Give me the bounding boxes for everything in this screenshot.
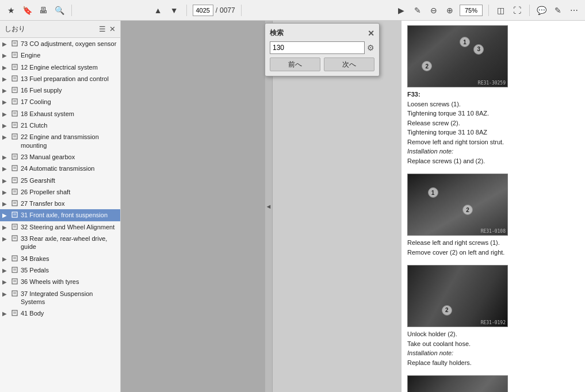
item-label: 26 Propeller shaft [21, 188, 118, 196]
zoom-out-icon[interactable]: 🔍 [53, 4, 66, 17]
item-label: 41 Body [21, 309, 118, 317]
sidebar-item-item-16[interactable]: ▶ 16 Fuel supply [0, 84, 120, 96]
monitor-icon[interactable]: ⛶ [511, 4, 523, 17]
sidebar-item-item-25[interactable]: ▶ 25 Gearshift [0, 175, 120, 186]
sidebar-item-item-33[interactable]: ▶ 33 Rear axle, rear-wheel drive, guide [0, 233, 120, 253]
expand-arrow: ▶ [2, 110, 9, 118]
sidebar-item-item-34[interactable]: ▶ 34 Brakes [0, 253, 120, 264]
sidebar-item-item-23[interactable]: ▶ 23 Manual gearbox [0, 151, 120, 163]
svg-rect-42 [12, 212, 17, 217]
separator-4 [488, 5, 489, 16]
sidebar-item-item-31[interactable]: ▶ 31 Front axle, front suspension [0, 209, 120, 221]
pen-icon[interactable]: ✎ [552, 4, 564, 17]
item-icon [10, 87, 18, 93]
item-icon [10, 255, 18, 262]
sidebar-item-item-36[interactable]: ▶ 36 Wheels with tyres [0, 276, 120, 287]
sidebar-item-item-24[interactable]: ▶ 24 Automatic transmission [0, 163, 120, 174]
search-next-button[interactable]: 次へ [324, 57, 374, 71]
svg-rect-39 [12, 201, 17, 206]
expand-arrow: ▶ [2, 212, 9, 219]
expand-arrow: ▶ [2, 153, 9, 161]
doc-entry-3: 2 RE31-0192 Unlock holder (2). Take out … [407, 265, 579, 367]
svg-rect-57 [12, 279, 17, 284]
grid-icon[interactable]: ◫ [495, 4, 507, 17]
nav-up-icon[interactable]: ▲ [152, 4, 165, 17]
item-icon [10, 153, 18, 160]
page-current-input[interactable] [193, 5, 213, 16]
expand-arrow: ▶ [2, 278, 9, 286]
sidebar-item-item-35[interactable]: ▶ 35 Pedals [0, 264, 120, 276]
toolbar-center: ▲ ▼ / 0077 [152, 4, 244, 17]
search-buttons: 前へ 次へ [270, 57, 374, 71]
sidebar-item-item-37[interactable]: ▶ 37 Integrated Suspension Systems [0, 288, 120, 308]
svg-rect-33 [12, 178, 17, 183]
item-icon [10, 267, 18, 273]
right-panel: 1 2 3 RE31-30259 F33: Loosen screws (1).… [401, 21, 585, 392]
sidebar-items-list: ▶ 73 CO adjustment, oxygen sensor ▶ Engi… [0, 38, 120, 392]
sidebar-item-item-32[interactable]: ▶ 32 Steering and Wheel Alignment [0, 221, 120, 233]
svg-rect-0 [12, 41, 17, 46]
item-label: 16 Fuel supply [21, 86, 118, 94]
svg-rect-51 [12, 256, 17, 261]
zoom-in-tool-icon[interactable]: ⊕ [443, 4, 456, 17]
cursor-tool-icon[interactable]: ▶ [395, 4, 408, 17]
star-icon[interactable]: ★ [5, 4, 17, 17]
zoom-out-tool-icon[interactable]: ⊖ [427, 4, 440, 17]
svg-rect-36 [12, 189, 17, 194]
sidebar-item-item-12[interactable]: ▶ 12 Engine electrical system [0, 62, 120, 73]
sidebar-item-item-engine[interactable]: ▶ Engine [0, 49, 120, 61]
item-label: 36 Wheels with tyres [21, 278, 118, 286]
search-prev-button[interactable]: 前へ [270, 57, 320, 71]
sidebar: しおり ☰ ✕ ▶ 73 CO adjustment, oxygen senso… [0, 21, 121, 392]
expand-arrow: ▶ [2, 64, 9, 71]
sidebar-item-item-21[interactable]: ▶ 21 Clutch [0, 120, 120, 131]
sidebar-item-item-22[interactable]: ▶ 22 Engine and transmission mounting [0, 131, 120, 151]
item-label: Engine [21, 51, 118, 59]
sidebar-item-item-27[interactable]: ▶ 27 Transfer box [0, 198, 120, 209]
page-total: 0077 [220, 6, 235, 14]
item-label: 23 Manual gearbox [21, 153, 118, 161]
sidebar-item-item-26[interactable]: ▶ 26 Propeller shaft [0, 186, 120, 198]
doc-text-2: Release left and right screws (1). Remov… [407, 238, 579, 257]
item-label: 18 Exhaust system [21, 110, 118, 118]
expand-arrow: ▶ [2, 133, 9, 141]
more-icon[interactable]: ⋯ [568, 4, 580, 17]
sidebar-item-item-17[interactable]: ▶ 17 Cooling [0, 96, 120, 107]
svg-rect-6 [12, 64, 17, 70]
item-icon [10, 310, 18, 316]
hand-tool-icon[interactable]: ✎ [411, 4, 424, 17]
print-icon[interactable]: 🖶 [37, 4, 49, 17]
item-label: 34 Brakes [21, 255, 118, 263]
sidebar-item-item-73[interactable]: ▶ 73 CO adjustment, oxygen sensor [0, 38, 120, 49]
comment-icon[interactable]: 💬 [536, 4, 548, 17]
sidebar-item-item-18[interactable]: ▶ 18 Exhaust system [0, 108, 120, 120]
separator-2 [186, 5, 187, 16]
expand-arrow: ▶ [2, 40, 9, 48]
bookmark-icon[interactable]: 🔖 [21, 4, 33, 17]
item-icon [10, 235, 18, 241]
section-label-1: F33: [407, 91, 420, 98]
search-input[interactable] [270, 41, 365, 54]
nav-down-icon[interactable]: ▼ [168, 4, 181, 17]
search-close-icon[interactable]: ✕ [368, 29, 374, 38]
item-icon [10, 122, 18, 128]
item-icon [10, 40, 18, 47]
zoom-input[interactable] [460, 5, 483, 16]
separator-5 [529, 5, 530, 16]
item-label: 37 Integrated Suspension Systems [21, 290, 118, 306]
item-icon [10, 52, 18, 58]
doc-text-3: Unlock holder (2). Take out coolant hose… [407, 329, 579, 367]
sidebar-item-item-41[interactable]: ▶ 41 Body [0, 308, 120, 319]
sidebar-menu-icon[interactable]: ☰ [99, 25, 106, 33]
search-settings-icon[interactable]: ⚙ [367, 43, 374, 52]
sidebar-item-item-13[interactable]: ▶ 13 Fuel preparation and control [0, 73, 120, 84]
content-area: 検索 ✕ ⚙ 前へ 次へ ◄ [121, 21, 401, 392]
search-overlay: 検索 ✕ ⚙ 前へ 次へ [265, 23, 380, 76]
item-label: 13 Fuel preparation and control [21, 75, 118, 83]
page-info: / 0077 [193, 5, 235, 16]
sidebar-close-icon[interactable]: ✕ [109, 25, 116, 33]
svg-rect-48 [12, 236, 17, 241]
toolbar-right: ▶ ✎ ⊖ ⊕ ◫ ⛶ 💬 ✎ ⋯ [395, 4, 580, 17]
svg-rect-24 [12, 134, 17, 139]
search-title: 検索 [270, 28, 284, 38]
